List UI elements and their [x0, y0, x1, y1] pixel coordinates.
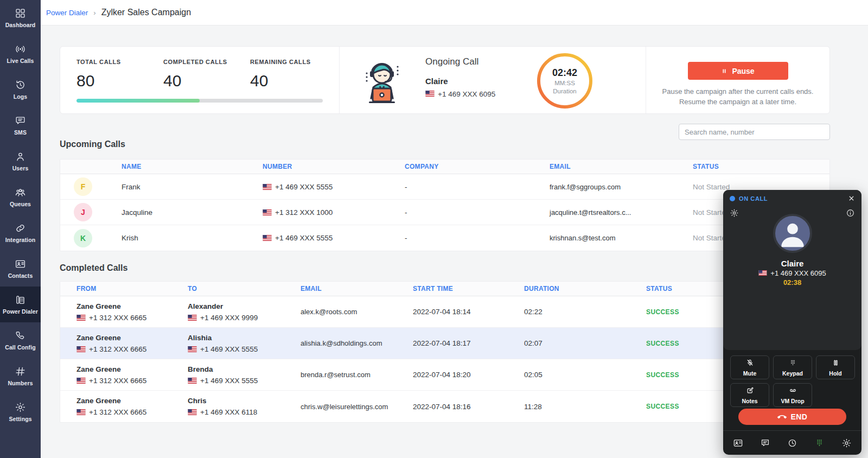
sidebar-item-label: Contacts [8, 272, 33, 279]
table-row[interactable]: JJacquline+1 312 XXX 1000-jacquline.t@rt… [60, 200, 829, 225]
mute-icon [746, 359, 754, 368]
hold-button[interactable]: Hold [816, 355, 855, 379]
sms-icon [15, 115, 26, 126]
chat-icon[interactable] [760, 438, 770, 448]
sidebar-item-settings[interactable]: Settings [0, 394, 41, 430]
contact-card-icon [15, 258, 26, 270]
call-duration: 02:22 [524, 308, 646, 316]
avatar: K [74, 229, 92, 247]
end-call-button[interactable]: END [738, 409, 846, 425]
on-call-status-dot [730, 196, 735, 201]
pause-description-line1: Pause the campaign after the current cal… [646, 87, 829, 97]
contact-name: Jacquline [122, 208, 263, 217]
from-cell: Zane Greene+1 312 XXX 6665 [60, 302, 188, 322]
to-cell: Brenda+1 469 XXX 5555 [188, 365, 301, 385]
contact-email: frank.f@sggroups.com [550, 183, 693, 191]
to-cell: Alexander+1 469 XXX 9999 [188, 302, 301, 322]
on-call-status-label: ON CALL [739, 195, 848, 202]
caller-avatar [773, 214, 812, 253]
hash-icon [15, 366, 26, 377]
upcoming-calls-table: NAMENUMBERCOMPANYEMAILSTATUS FFrank+1 46… [60, 159, 830, 251]
sidebar-item-label: Power Dialer [3, 308, 38, 315]
sidebar-item-label: Call Config [5, 344, 36, 351]
table-row[interactable]: FFrank+1 469 XXX 5555-frank.f@sggroups.c… [60, 174, 829, 200]
call-stats-section: TOTAL CALLS 80 COMPLETED CALLS 40 REMAIN… [60, 47, 340, 113]
vm-drop-icon [789, 386, 797, 396]
us-flag-icon [758, 269, 767, 277]
contact-name: Krish [122, 234, 263, 242]
search-input[interactable] [679, 124, 830, 140]
desk-phone-icon [15, 294, 26, 306]
campaign-progress-bar [76, 99, 323, 103]
completed-calls-heading: Completed Calls [60, 263, 127, 273]
contact-number: +1 312 XXX 1000 [263, 208, 405, 217]
gear-icon[interactable] [841, 438, 852, 448]
start-time: 2022-07-04 18:17 [413, 339, 524, 347]
column-header: EMAIL [301, 285, 413, 292]
contact-email: alishia.k@sdholdings.com [301, 339, 413, 347]
sidebar-item-label: SMS [14, 129, 27, 136]
notes-button[interactable]: Notes [730, 383, 769, 407]
call-duration: 02:05 [524, 371, 646, 379]
pause-icon [721, 68, 727, 74]
sidebar-item-queues[interactable]: Queues [0, 179, 41, 215]
call-controls-grid: Mute Keypad Hold Notes VM Drop [730, 355, 855, 407]
sidebar-item-call-config[interactable]: Call Config [0, 322, 41, 358]
sidebar-item-integration[interactable]: Integration [0, 215, 41, 251]
sidebar-item-contacts[interactable]: Contacts [0, 251, 41, 287]
completed-calls-header-row: FROMTOEMAILSTART TIMEDURATIONSTATUS [60, 282, 829, 296]
keypad-grid-icon[interactable] [814, 438, 825, 448]
mute-button[interactable]: Mute [730, 355, 769, 379]
sidebar-item-dashboard[interactable]: Dashboard [0, 0, 41, 36]
column-header: STATUS [693, 163, 829, 170]
sidebar-item-power-dialer[interactable]: Power Dialer [0, 287, 41, 322]
table-row[interactable]: Zane Greene+1 312 XXX 6665Alishia+1 469 … [60, 328, 829, 359]
contact-email: alex.k@roots.com [301, 308, 413, 316]
table-row[interactable]: Zane Greene+1 312 XXX 6665Brenda+1 469 X… [60, 359, 829, 391]
queues-icon [15, 187, 26, 198]
sidebar-item-sms[interactable]: SMS [0, 107, 41, 143]
gear-icon [15, 402, 26, 413]
keypad-button[interactable]: Keypad [773, 355, 812, 379]
breadcrumb-power-dialer[interactable]: Power Dialer [46, 9, 88, 17]
sidebar-item-logs[interactable]: Logs [0, 72, 41, 107]
table-row[interactable]: KKrish+1 469 XXX 5555-krishnan.s@test.co… [60, 225, 829, 251]
sidebar-item-live-calls[interactable]: Live Calls [0, 36, 41, 72]
from-cell: Zane Greene+1 312 XXX 6665 [60, 365, 188, 385]
sidebar-item-users[interactable]: Users [0, 143, 41, 179]
table-row[interactable]: Zane Greene+1 312 XXX 6665Chris+1 469 XX… [60, 391, 829, 422]
contact-email: jacquline.t@rtsrealtors.c... [550, 208, 693, 217]
ongoing-call-title: Ongoing Call [425, 56, 495, 67]
timer-value: 02:42 [552, 67, 577, 79]
completed-calls-table: FROMTOEMAILSTART TIMEDURATIONSTATUS Zane… [60, 281, 830, 423]
pause-button[interactable]: Pause [688, 62, 788, 80]
campaign-summary-card: TOTAL CALLS 80 COMPLETED CALLS 40 REMAIN… [60, 46, 830, 114]
clock-icon[interactable] [787, 438, 797, 448]
contact-company: - [405, 234, 550, 242]
column-header: NAME [122, 163, 263, 170]
sidebar-item-numbers[interactable]: Numbers [0, 358, 41, 394]
contact-company: - [405, 183, 550, 191]
sidebar: DashboardLive CallsLogsSMSUsersQueuesInt… [0, 0, 41, 458]
table-row[interactable]: Zane Greene+1 312 XXX 6665Alexander+1 46… [60, 296, 829, 328]
stat-remaining-calls: REMAINING CALLS 40 [250, 59, 337, 90]
upcoming-calls-heading: Upcoming Calls [60, 139, 125, 149]
sidebar-item-label: Logs [14, 93, 27, 100]
call-agent-illustration-icon [355, 54, 409, 110]
contact-card-icon[interactable] [733, 438, 743, 448]
to-cell: Chris+1 469 XXX 6118 [188, 397, 301, 416]
vm-drop-button[interactable]: VM Drop [773, 383, 812, 407]
grid-icon [15, 8, 26, 19]
call-duration: 11:28 [524, 403, 646, 411]
sidebar-item-label: Live Calls [7, 58, 34, 64]
call-settings-gear-icon[interactable] [730, 208, 739, 220]
on-call-panel: ON CALL Claire +1 469 XXX 6095 02:38 Mut… [723, 190, 861, 455]
info-icon[interactable] [846, 208, 855, 220]
pause-campaign-section: Pause Pause the campaign after the curre… [646, 47, 829, 113]
column-header: START TIME [413, 285, 524, 292]
close-icon[interactable] [848, 195, 855, 202]
call-duration: 02:07 [524, 339, 646, 347]
start-time: 2022-07-04 18:20 [413, 371, 524, 379]
column-header: COMPANY [405, 163, 550, 170]
contact-company: - [405, 208, 550, 217]
